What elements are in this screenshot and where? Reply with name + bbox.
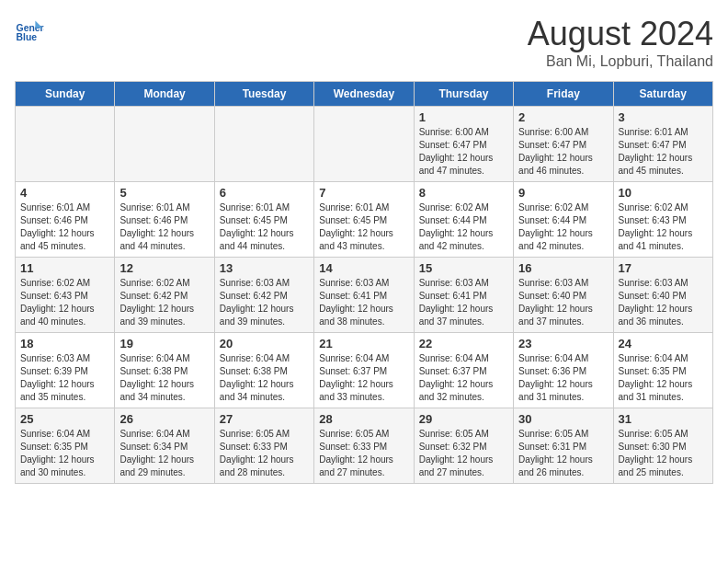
calendar-cell: [115, 107, 214, 182]
day-info: Sunrise: 6:03 AM Sunset: 6:40 PM Dayligh…: [518, 277, 608, 328]
day-info: Sunrise: 6:02 AM Sunset: 6:44 PM Dayligh…: [419, 201, 508, 253]
day-number: 28: [319, 412, 408, 426]
day-number: 10: [619, 186, 708, 200]
week-row-2: 4Sunrise: 6:01 AM Sunset: 6:46 PM Daylig…: [16, 182, 713, 258]
day-header-sunday: Sunday: [16, 82, 115, 107]
svg-text:Blue: Blue: [17, 32, 38, 42]
calendar-cell: [16, 107, 115, 182]
main-title: August 2024: [528, 15, 713, 53]
day-number: 24: [619, 337, 708, 350]
calendar-cell: 14Sunrise: 6:03 AM Sunset: 6:41 PM Dayli…: [314, 258, 414, 333]
calendar-cell: 26Sunrise: 6:04 AM Sunset: 6:34 PM Dayli…: [115, 408, 214, 484]
day-info: Sunrise: 6:04 AM Sunset: 6:37 PM Dayligh…: [319, 352, 408, 404]
day-number: 27: [220, 412, 309, 426]
day-number: 17: [619, 261, 708, 275]
day-info: Sunrise: 6:04 AM Sunset: 6:38 PM Dayligh…: [220, 352, 309, 404]
day-info: Sunrise: 6:01 AM Sunset: 6:47 PM Dayligh…: [619, 126, 708, 178]
calendar-cell: 7Sunrise: 6:01 AM Sunset: 6:45 PM Daylig…: [314, 182, 414, 258]
day-info: Sunrise: 6:03 AM Sunset: 6:41 PM Dayligh…: [419, 277, 508, 328]
calendar-cell: 16Sunrise: 6:03 AM Sunset: 6:40 PM Dayli…: [514, 258, 613, 333]
day-info: Sunrise: 6:05 AM Sunset: 6:32 PM Dayligh…: [419, 428, 508, 479]
calendar-cell: 30Sunrise: 6:05 AM Sunset: 6:31 PM Dayli…: [514, 408, 613, 484]
day-header-friday: Friday: [514, 82, 613, 107]
day-number: 13: [220, 261, 309, 275]
week-row-1: 1Sunrise: 6:00 AM Sunset: 6:47 PM Daylig…: [16, 107, 713, 182]
day-info: Sunrise: 6:00 AM Sunset: 6:47 PM Dayligh…: [419, 126, 508, 178]
calendar-cell: 4Sunrise: 6:01 AM Sunset: 6:46 PM Daylig…: [16, 182, 115, 258]
calendar-cell: 8Sunrise: 6:02 AM Sunset: 6:44 PM Daylig…: [414, 182, 513, 258]
calendar-cell: 22Sunrise: 6:04 AM Sunset: 6:37 PM Dayli…: [414, 333, 513, 408]
day-number: 7: [319, 186, 408, 200]
calendar-cell: 18Sunrise: 6:03 AM Sunset: 6:39 PM Dayli…: [16, 333, 115, 408]
day-info: Sunrise: 6:01 AM Sunset: 6:46 PM Dayligh…: [20, 201, 109, 253]
calendar-cell: 9Sunrise: 6:02 AM Sunset: 6:44 PM Daylig…: [514, 182, 613, 258]
day-info: Sunrise: 6:01 AM Sunset: 6:45 PM Dayligh…: [220, 201, 309, 253]
day-number: 20: [220, 337, 309, 350]
calendar-cell: 10Sunrise: 6:02 AM Sunset: 6:43 PM Dayli…: [613, 182, 712, 258]
day-info: Sunrise: 6:02 AM Sunset: 6:43 PM Dayligh…: [619, 201, 708, 253]
day-number: 21: [319, 337, 408, 350]
day-info: Sunrise: 6:03 AM Sunset: 6:41 PM Dayligh…: [319, 277, 408, 328]
week-row-4: 18Sunrise: 6:03 AM Sunset: 6:39 PM Dayli…: [16, 333, 713, 408]
day-info: Sunrise: 6:02 AM Sunset: 6:44 PM Dayligh…: [518, 201, 608, 253]
day-info: Sunrise: 6:05 AM Sunset: 6:33 PM Dayligh…: [220, 428, 309, 479]
day-number: 5: [119, 186, 209, 200]
day-number: 18: [20, 337, 109, 350]
day-header-row: SundayMondayTuesdayWednesdayThursdayFrid…: [16, 82, 713, 107]
logo: General Blue: [15, 15, 44, 44]
subtitle: Ban Mi, Lopburi, Thailand: [528, 53, 713, 70]
calendar-body: 1Sunrise: 6:00 AM Sunset: 6:47 PM Daylig…: [16, 107, 713, 484]
day-info: Sunrise: 6:04 AM Sunset: 6:35 PM Dayligh…: [20, 428, 109, 479]
day-info: Sunrise: 6:04 AM Sunset: 6:38 PM Dayligh…: [119, 352, 209, 404]
day-number: 23: [518, 337, 608, 350]
calendar-cell: 31Sunrise: 6:05 AM Sunset: 6:30 PM Dayli…: [613, 408, 712, 484]
week-row-3: 11Sunrise: 6:02 AM Sunset: 6:43 PM Dayli…: [16, 258, 713, 333]
day-number: 1: [419, 110, 508, 124]
day-info: Sunrise: 6:03 AM Sunset: 6:39 PM Dayligh…: [20, 352, 109, 404]
day-number: 22: [419, 337, 508, 350]
day-number: 12: [119, 261, 209, 275]
day-info: Sunrise: 6:04 AM Sunset: 6:34 PM Dayligh…: [119, 428, 209, 479]
day-info: Sunrise: 6:02 AM Sunset: 6:43 PM Dayligh…: [20, 277, 109, 328]
calendar-cell: 5Sunrise: 6:01 AM Sunset: 6:46 PM Daylig…: [115, 182, 214, 258]
day-number: 14: [319, 261, 408, 275]
calendar-cell: 19Sunrise: 6:04 AM Sunset: 6:38 PM Dayli…: [115, 333, 214, 408]
day-header-tuesday: Tuesday: [214, 82, 313, 107]
day-header-saturday: Saturday: [613, 82, 712, 107]
day-number: 11: [20, 261, 109, 275]
calendar-cell: 12Sunrise: 6:02 AM Sunset: 6:42 PM Dayli…: [115, 258, 214, 333]
day-number: 16: [518, 261, 608, 275]
day-info: Sunrise: 6:04 AM Sunset: 6:37 PM Dayligh…: [419, 352, 508, 404]
calendar-cell: 3Sunrise: 6:01 AM Sunset: 6:47 PM Daylig…: [613, 107, 712, 182]
calendar-cell: 11Sunrise: 6:02 AM Sunset: 6:43 PM Dayli…: [16, 258, 115, 333]
day-info: Sunrise: 6:01 AM Sunset: 6:45 PM Dayligh…: [319, 201, 408, 253]
day-number: 25: [20, 412, 109, 426]
page-header: General Blue August 2024 Ban Mi, Lopburi…: [15, 15, 713, 70]
calendar-header: SundayMondayTuesdayWednesdayThursdayFrid…: [16, 82, 713, 107]
logo-icon: General Blue: [15, 15, 44, 44]
day-number: 9: [518, 186, 608, 200]
day-info: Sunrise: 6:03 AM Sunset: 6:42 PM Dayligh…: [220, 277, 309, 328]
day-info: Sunrise: 6:05 AM Sunset: 6:33 PM Dayligh…: [319, 428, 408, 479]
day-number: 15: [419, 261, 508, 275]
title-section: August 2024 Ban Mi, Lopburi, Thailand: [528, 15, 713, 70]
day-info: Sunrise: 6:04 AM Sunset: 6:35 PM Dayligh…: [619, 352, 708, 404]
calendar-cell: 1Sunrise: 6:00 AM Sunset: 6:47 PM Daylig…: [414, 107, 513, 182]
calendar-cell: 20Sunrise: 6:04 AM Sunset: 6:38 PM Dayli…: [214, 333, 313, 408]
calendar-cell: 25Sunrise: 6:04 AM Sunset: 6:35 PM Dayli…: [16, 408, 115, 484]
calendar-cell: 29Sunrise: 6:05 AM Sunset: 6:32 PM Dayli…: [414, 408, 513, 484]
calendar-cell: 2Sunrise: 6:00 AM Sunset: 6:47 PM Daylig…: [514, 107, 613, 182]
day-info: Sunrise: 6:01 AM Sunset: 6:46 PM Dayligh…: [119, 201, 209, 253]
day-number: 6: [220, 186, 309, 200]
calendar-cell: 13Sunrise: 6:03 AM Sunset: 6:42 PM Dayli…: [214, 258, 313, 333]
day-number: 8: [419, 186, 508, 200]
calendar-cell: 24Sunrise: 6:04 AM Sunset: 6:35 PM Dayli…: [613, 333, 712, 408]
day-info: Sunrise: 6:03 AM Sunset: 6:40 PM Dayligh…: [619, 277, 708, 328]
day-info: Sunrise: 6:05 AM Sunset: 6:31 PM Dayligh…: [518, 428, 608, 479]
day-number: 19: [119, 337, 209, 350]
day-info: Sunrise: 6:05 AM Sunset: 6:30 PM Dayligh…: [619, 428, 708, 479]
calendar-cell: 27Sunrise: 6:05 AM Sunset: 6:33 PM Dayli…: [214, 408, 313, 484]
day-info: Sunrise: 6:02 AM Sunset: 6:42 PM Dayligh…: [119, 277, 209, 328]
calendar-cell: 21Sunrise: 6:04 AM Sunset: 6:37 PM Dayli…: [314, 333, 414, 408]
day-number: 2: [518, 110, 608, 124]
